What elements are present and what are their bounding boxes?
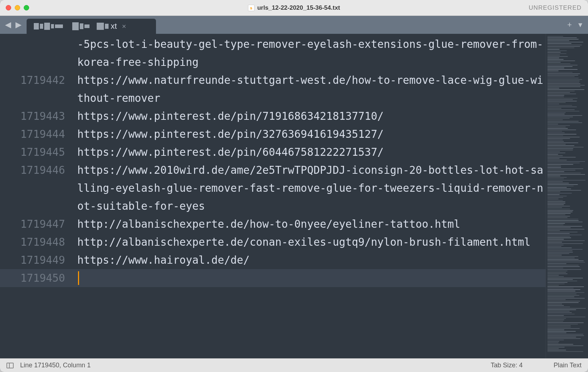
line-content [77,269,546,287]
line-number: 1719446 [0,161,65,179]
tab-close-icon[interactable]: × [120,22,128,31]
editor-window: s urls_12-22-2020_15-36-54.txt UNREGISTE… [0,0,588,372]
line-number: 1719447 [0,215,65,233]
line-content: https://www.pinterest.de/pin/32763694161… [77,125,546,143]
tab-filename-obscured [34,22,109,30]
tab-extension: xt [111,22,117,31]
window-title: urls_12-22-2020_15-36-54.txt [257,4,340,12]
code-line[interactable]: 1719446https://www.2010wird.de/ame/2e5Tr… [0,161,546,215]
line-number: 1719443 [0,107,65,125]
line-content: https://www.pinterest.de/pin/71916863421… [77,107,546,125]
line-content: https://www.naturfreunde-stuttgart-west.… [77,71,546,107]
line-content: http://albanischexperte.de/how-to-0nyee/… [77,215,546,233]
tab-menu-icon[interactable]: ▾ [578,20,582,30]
tabbar: ◀ ▶ xt [0,16,588,34]
titlebar: s urls_12-22-2020_15-36-54.txt UNREGISTE… [0,0,588,16]
code-line[interactable]: 1719447http://albanischexperte.de/how-to… [0,215,546,233]
line-content: https://www.pinterest.de/pin/60446758122… [77,143,546,161]
minimap-content [546,34,588,355]
window-close-button[interactable] [6,5,11,10]
tabbar-right: + ▾ [567,16,582,34]
status-tabsize[interactable]: Tab Size: 4 [491,362,523,369]
code-line[interactable]: 1719442https://www.naturfreunde-stuttgar… [0,71,546,107]
nav-arrows: ◀ ▶ [0,16,27,34]
file-icon: s [248,5,254,11]
status-position[interactable]: Line 1719450, Column 1 [20,362,91,369]
line-number: 1719445 [0,143,65,161]
tab-label: xt [34,22,117,31]
code-line[interactable]: 1719444https://www.pinterest.de/pin/3276… [0,125,546,143]
title-center: s urls_12-22-2020_15-36-54.txt [0,4,588,12]
new-tab-icon[interactable]: + [567,20,572,30]
code-line[interactable]: 1719448http://albanischexperte.de/conan-… [0,233,546,251]
code-area[interactable]: -5pcs-lot-i-beauty-gel-type-remover-eyel… [0,34,546,358]
window-maximize-button[interactable] [24,5,29,10]
code-line[interactable]: 1719450 [0,269,546,287]
line-number: 1719444 [0,125,65,143]
nav-back-icon[interactable]: ◀ [5,20,11,30]
line-content: https://www.2010wird.de/ame/2e5TrwTPQDPJ… [77,161,546,215]
code-line[interactable]: 1719445https://www.pinterest.de/pin/6044… [0,143,546,161]
line-content: https://www.hairoyal.de/de/ [77,251,546,269]
line-number: 1719442 [0,71,65,89]
editor-area: -5pcs-lot-i-beauty-gel-type-remover-eyel… [0,34,588,358]
line-number: 1719448 [0,233,65,251]
minimap[interactable] [546,34,588,358]
traffic-lights [6,5,29,10]
code-line[interactable]: 1719449https://www.hairoyal.de/de/ [0,251,546,269]
line-number: 1719450 [0,269,65,287]
window-minimize-button[interactable] [15,5,20,10]
nav-forward-icon[interactable]: ▶ [15,20,22,30]
line-content: -5pcs-lot-i-beauty-gel-type-remover-eyel… [77,35,546,71]
line-number: 1719449 [0,251,65,269]
unregistered-label: UNREGISTERED [529,4,582,12]
code-line[interactable]: 1719443https://www.pinterest.de/pin/7191… [0,107,546,125]
status-syntax[interactable]: Plain Text [553,362,582,369]
tab-active[interactable]: xt × [27,19,156,34]
code-line[interactable]: -5pcs-lot-i-beauty-gel-type-remover-eyel… [0,35,546,71]
text-cursor [78,271,79,285]
line-content: http://albanischexperte.de/conan-exiles-… [77,233,546,251]
statusbar: Line 1719450, Column 1 Tab Size: 4 Plain… [0,358,588,372]
panel-toggle-icon[interactable] [6,363,14,368]
